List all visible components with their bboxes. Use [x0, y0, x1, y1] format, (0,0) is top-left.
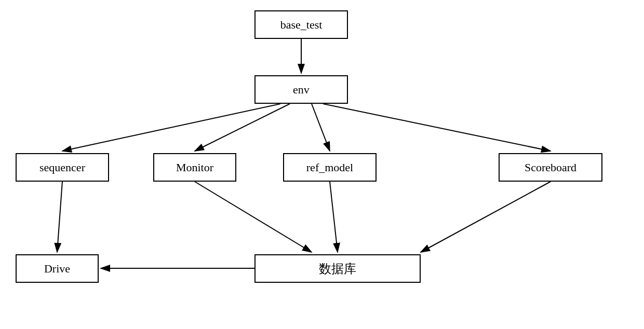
node-drive: Drive	[16, 254, 99, 283]
svg-line-7	[57, 182, 62, 252]
node-env: env	[254, 75, 348, 104]
node-base-test: base_test	[254, 10, 348, 39]
svg-line-4	[195, 104, 290, 151]
svg-line-3	[62, 104, 280, 151]
svg-line-9	[330, 182, 338, 252]
node-monitor: Monitor	[153, 153, 236, 182]
node-sequencer: sequencer	[16, 153, 109, 182]
svg-line-6	[323, 104, 551, 151]
node-database: 数据库	[254, 254, 421, 283]
svg-line-10	[421, 182, 551, 252]
node-scoreboard: Scoreboard	[499, 153, 602, 182]
svg-line-5	[312, 104, 330, 151]
svg-line-8	[195, 182, 312, 252]
diagram-container: base_test env sequencer Monitor ref_mode…	[0, 0, 644, 329]
node-ref-model: ref_model	[283, 153, 377, 182]
